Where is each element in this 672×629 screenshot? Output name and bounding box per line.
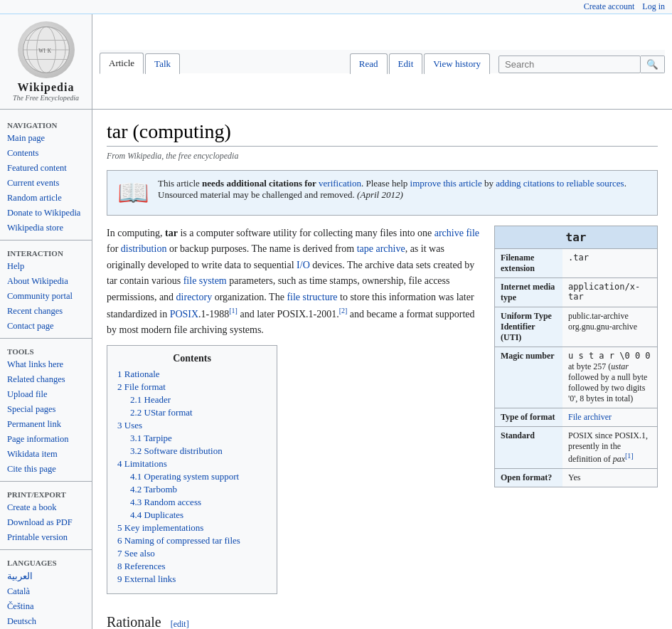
- sidebar-item-ca[interactable]: Català: [0, 584, 92, 599]
- contents-item-3: 3 Uses: [117, 420, 267, 431]
- rationale-edit-link[interactable]: [edit]: [171, 619, 189, 629]
- sidebar-item-random-article[interactable]: Random article: [0, 191, 92, 206]
- sidebar-item-contents[interactable]: Contents: [0, 146, 92, 161]
- contents-link-file-format[interactable]: 2 File format: [117, 381, 166, 392]
- sidebar-item-printable[interactable]: Printable version: [0, 530, 92, 545]
- infobox-ref-link[interactable]: [1]: [625, 452, 634, 460]
- page-tabs: Article Talk Read Edit View history 🔍: [100, 50, 665, 73]
- sidebar-item-page-info[interactable]: Page information: [0, 432, 92, 447]
- contents-item-2: 2 File format: [117, 381, 267, 393]
- citation-sources-link[interactable]: adding citations to reliable sources: [496, 178, 624, 189]
- sidebar-item-cs[interactable]: Čeština: [0, 599, 92, 614]
- ref-1: [1]: [229, 307, 238, 314]
- sidebar-item-wikidata[interactable]: Wikidata item: [0, 447, 92, 462]
- sidebar-item-help[interactable]: Help: [0, 259, 92, 274]
- sidebar-item-current-events[interactable]: Current events: [0, 176, 92, 191]
- infobox-row-magic: Magic number u s t a r \0 0 0 at byte 25…: [495, 347, 657, 408]
- sidebar-item-what-links[interactable]: What links here: [0, 357, 92, 372]
- contents-link-references[interactable]: 8 References: [117, 561, 166, 571]
- contents-link-see-also[interactable]: 7 See also: [117, 548, 155, 559]
- distribution-link[interactable]: distribution: [121, 243, 167, 254]
- contents-item-3-1: 3.1 Tarpipe: [130, 433, 267, 444]
- contents-item-4-4: 4.4 Duplicates: [130, 509, 267, 521]
- contents-link-os-support[interactable]: 4.1 Operating system support: [130, 471, 239, 482]
- sidebar-item-community-portal[interactable]: Community portal: [0, 289, 92, 304]
- ref-1-link[interactable]: [1]: [229, 307, 238, 314]
- contents-link-ustar[interactable]: 2.2 UStar format: [130, 407, 193, 418]
- tab-edit[interactable]: Edit: [389, 53, 423, 74]
- search-button[interactable]: 🔍: [641, 56, 665, 73]
- sidebar-item-donate[interactable]: Donate to Wikipedia: [0, 206, 92, 221]
- sidebar-item-recent-changes[interactable]: Recent changes: [0, 304, 92, 319]
- top-bar: Create account Log in: [0, 0, 672, 14]
- sidebar-item-download-pdf[interactable]: Download as PDF: [0, 515, 92, 530]
- contents-link-tarpipe[interactable]: 3.1 Tarpipe: [130, 433, 172, 443]
- log-in-link[interactable]: Log in: [642, 1, 665, 11]
- citation-verification-link[interactable]: verification: [319, 178, 361, 189]
- infobox-value-open: Yes: [562, 469, 657, 487]
- infobox-title: tar: [495, 226, 657, 248]
- sidebar-item-ar[interactable]: العربية: [0, 569, 92, 584]
- posix-link[interactable]: POSIX: [170, 309, 198, 319]
- contents-item-7: 7 See also: [117, 548, 267, 559]
- svg-text:K: K: [47, 48, 51, 54]
- tab-article[interactable]: Article: [100, 53, 144, 74]
- sidebar-item-upload-file[interactable]: Upload file: [0, 387, 92, 402]
- sidebar-item-cite-page[interactable]: Cite this page: [0, 462, 92, 477]
- infobox-label-standard: Standard: [495, 427, 562, 468]
- infobox-label-filename: Filename extension: [495, 249, 562, 278]
- contents-link-random-access[interactable]: 4.3 Random access: [130, 497, 201, 507]
- print-section-title: Print/export: [0, 486, 92, 500]
- contents-item-6: 6 Naming of compressed tar files: [117, 535, 267, 546]
- contents-item-4: 4 Limitations: [117, 458, 267, 470]
- infobox-file-archiver-link[interactable]: File archiver: [568, 412, 612, 422]
- directory-link[interactable]: directory: [176, 292, 213, 302]
- infobox-value-magic: u s t a r \0 0 0 at byte 257 (ustar foll…: [562, 347, 657, 408]
- contents-link-external-links[interactable]: 9 External links: [117, 574, 176, 584]
- sidebar-item-contact[interactable]: Contact page: [0, 319, 92, 334]
- ref-2-link[interactable]: [2]: [339, 307, 348, 314]
- ref-2: [2]: [339, 307, 348, 314]
- sidebar-item-special-pages[interactable]: Special pages: [0, 402, 92, 417]
- tab-read[interactable]: Read: [350, 53, 388, 74]
- sidebar-item-wiki-store[interactable]: Wikipedia store: [0, 221, 92, 236]
- infobox-value-media-type: application/x-tar: [562, 278, 657, 307]
- search-icon: 🔍: [646, 59, 658, 70]
- archive-file-link[interactable]: archive file: [434, 228, 479, 238]
- sidebar-item-featured-content[interactable]: Featured content: [0, 161, 92, 176]
- citation-improve-link[interactable]: improve this article: [410, 178, 482, 189]
- wikipedia-globe-icon[interactable]: W I K: [18, 21, 75, 78]
- citation-date: (April 2012): [357, 189, 403, 200]
- contents-link-software-dist[interactable]: 3.2 Software distribution: [130, 445, 223, 456]
- sidebar-item-about[interactable]: About Wikipedia: [0, 274, 92, 289]
- sidebar-item-main-page[interactable]: Main page: [0, 131, 92, 146]
- contents-item-5: 5 Key implementations: [117, 522, 267, 534]
- contents-item-8: 8 References: [117, 561, 267, 572]
- file-system-link[interactable]: file system: [183, 275, 227, 286]
- contents-link-uses[interactable]: 3 Uses: [117, 420, 142, 430]
- infobox-label-uti: Uniform Type Identifier (UTI): [495, 307, 562, 347]
- contents-link-header[interactable]: 2.1 Header: [130, 394, 171, 405]
- tape-archive-link[interactable]: tape archive: [357, 243, 405, 254]
- contents-link-limitations[interactable]: 4 Limitations: [117, 458, 167, 469]
- search-input[interactable]: [498, 56, 641, 73]
- logo-tagline: The Free Encyclopedia: [13, 94, 79, 102]
- sidebar-item-permanent-link[interactable]: Permanent link: [0, 417, 92, 432]
- main-layout: Navigation Main page Contents Featured c…: [0, 110, 672, 629]
- contents-link-rationale[interactable]: 1 Rationale: [117, 369, 160, 379]
- contents-link-implementations[interactable]: 5 Key implementations: [117, 522, 203, 533]
- tab-talk[interactable]: Talk: [145, 53, 180, 74]
- sidebar-item-create-book[interactable]: Create a book: [0, 500, 92, 515]
- contents-link-naming[interactable]: 6 Naming of compressed tar files: [117, 535, 240, 546]
- create-account-link[interactable]: Create account: [584, 1, 635, 11]
- sidebar-item-related-changes[interactable]: Related changes: [0, 372, 92, 387]
- tab-view-history[interactable]: View history: [424, 53, 490, 74]
- contents-item-9: 9 External links: [117, 574, 267, 585]
- infobox-label-open: Open format?: [495, 469, 562, 487]
- tar-bold: tar: [165, 228, 178, 238]
- contents-link-duplicates[interactable]: 4.4 Duplicates: [130, 509, 183, 520]
- contents-link-tarbomb[interactable]: 4.2 Tarbomb: [130, 484, 177, 495]
- io-link[interactable]: I/O: [297, 260, 310, 270]
- sidebar-item-de[interactable]: Deutsch: [0, 614, 92, 629]
- file-structure-link[interactable]: file structure: [287, 292, 337, 302]
